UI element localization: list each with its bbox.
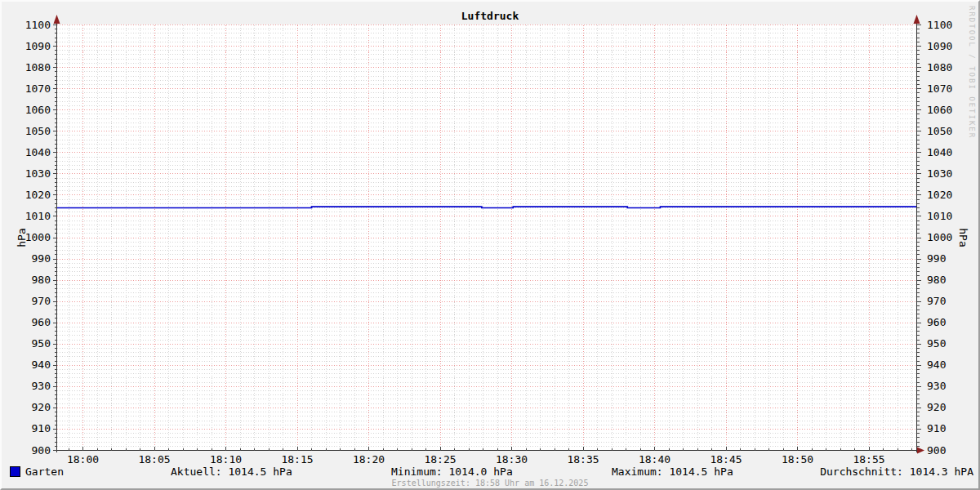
y-axis-label-left: 1100 xyxy=(16,20,51,31)
series-label: Garten xyxy=(25,466,64,478)
y-axis-label-left: 990 xyxy=(16,253,51,265)
y-axis-label-left: 940 xyxy=(16,359,51,371)
y-axis-label-left: 1070 xyxy=(16,83,51,95)
y-axis-label-right: 1020 xyxy=(927,189,952,201)
y-axis-label-right: 960 xyxy=(927,317,946,328)
y-axis-label-left: 1020 xyxy=(16,189,51,201)
y-axis-label-right: 1090 xyxy=(927,41,952,52)
y-axis-label-left: 1010 xyxy=(16,211,51,222)
y-axis-label-left: 1040 xyxy=(16,147,51,158)
y-axis-label-left: 950 xyxy=(16,338,51,350)
y-axis-label-right: 910 xyxy=(927,423,946,434)
y-axis-label-right: 930 xyxy=(927,381,946,392)
y-axis-label-right: 1040 xyxy=(927,147,952,158)
x-axis-arrow xyxy=(917,448,924,454)
rrdtool-watermark: RRDTOOL / TOBI OETIKER xyxy=(968,6,976,139)
x-axis-label: 18:05 xyxy=(133,454,176,466)
x-axis-label: 18:10 xyxy=(205,454,247,466)
y-axis-label-right: 920 xyxy=(927,402,946,413)
stat-minimum: Minimum: 1014.0 hPa xyxy=(391,466,513,478)
x-axis-label: 18:25 xyxy=(419,454,461,466)
y-axis-label-right: 900 xyxy=(927,445,946,457)
y-axis-label-right: 1000 xyxy=(927,232,952,243)
y-axis-label-right: 940 xyxy=(927,359,946,371)
x-axis-label: 18:15 xyxy=(276,454,318,466)
x-axis-label: 18:40 xyxy=(634,454,676,466)
x-axis-label: 18:00 xyxy=(62,454,105,466)
x-axis-label: 18:30 xyxy=(491,454,533,466)
x-axis-label: 18:20 xyxy=(348,454,390,466)
x-axis-label: 18:55 xyxy=(848,454,890,466)
y-axis-label-right: 980 xyxy=(927,274,946,286)
y-axis-unit-right: hPa xyxy=(953,221,974,254)
plot-area xyxy=(56,24,916,450)
legend-row: Garten Aktuell: 1014.5 hPa Minimum: 1014… xyxy=(2,466,980,477)
stat-maximum: Maximum: 1014.5 hPa xyxy=(612,466,733,478)
y-axis-label-left: 930 xyxy=(16,381,51,392)
y-axis-label-left: 970 xyxy=(16,296,51,307)
y-axis-label-left: 1080 xyxy=(16,62,51,74)
y-axis-label-left: 1060 xyxy=(16,105,51,116)
y-axis-label-right: 1100 xyxy=(927,20,952,31)
y-axis-label-left: 1000 xyxy=(16,232,51,243)
stat-current: Aktuell: 1014.5 hPa xyxy=(171,466,292,478)
chart-title: Luftdruck xyxy=(2,10,978,22)
y-axis-label-left: 920 xyxy=(16,402,51,413)
x-axis-label: 18:35 xyxy=(562,454,604,466)
y-axis-label-left: 980 xyxy=(16,274,51,286)
y-axis-label-right: 1080 xyxy=(927,62,952,74)
y-axis-label-right: 1030 xyxy=(927,168,952,180)
y-axis-label-right: 1050 xyxy=(927,126,952,137)
y-axis-label-right: 1060 xyxy=(927,105,952,116)
creation-timestamp: Erstellungszeit: 18:58 Uhr am 16.12.2025 xyxy=(2,479,978,488)
y-axis-label-right: 1010 xyxy=(927,211,952,222)
y-axis-label-left: 1050 xyxy=(16,126,51,137)
y-axis-label-left: 910 xyxy=(16,423,51,434)
x-axis-label: 18:45 xyxy=(705,454,747,466)
y-axis-label-right: 950 xyxy=(927,338,946,350)
y-axis-label-right: 1070 xyxy=(927,83,952,95)
y-axis-label-left: 900 xyxy=(16,445,51,457)
y-axis-label-right: 990 xyxy=(927,253,946,265)
series-swatch-garten xyxy=(10,466,20,477)
y-axis-label-left: 1090 xyxy=(16,41,51,52)
stat-average: Durchschnitt: 1014.3 hPA xyxy=(820,466,973,478)
x-axis-label: 18:50 xyxy=(777,454,819,466)
y-axis-label-right: 970 xyxy=(927,296,946,307)
rrdtool-pressure-graph: Luftdruck RRDTOOL / TOBI OETIKER hPa hPa… xyxy=(0,0,980,490)
y-axis-label-left: 1030 xyxy=(16,168,51,180)
y-axis-label-left: 960 xyxy=(16,317,51,328)
